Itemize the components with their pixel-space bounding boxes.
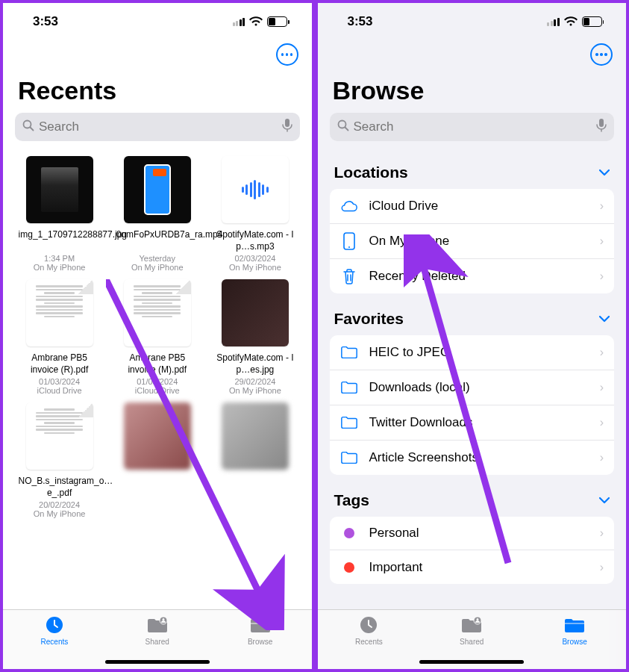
section-favorites: Favorites HEIC to JPEG › Downloads (loca… <box>330 302 615 475</box>
chevron-right-icon: › <box>600 270 604 283</box>
thumbnail-audio <box>222 156 289 223</box>
wifi-icon <box>249 16 263 27</box>
section-header[interactable]: Tags <box>330 484 615 517</box>
svg-point-12 <box>348 246 350 248</box>
svg-point-5 <box>162 618 164 620</box>
tag-dot-icon <box>344 528 354 538</box>
battery-icon: 38 <box>582 16 604 27</box>
file-item[interactable] <box>113 402 201 518</box>
favorite-item[interactable]: HEIC to JPEG › <box>330 335 615 370</box>
chevron-down-icon <box>599 167 610 178</box>
folder-icon <box>340 414 358 432</box>
location-on-my-iphone[interactable]: On My iPhone › <box>330 224 615 259</box>
svg-line-9 <box>345 128 348 131</box>
file-item[interactable]: Ambrane PB5 invoice (M).pdf 01/03/2024 i… <box>113 279 201 395</box>
section-header[interactable]: Locations <box>330 156 615 189</box>
folder-shared-icon <box>146 615 169 635</box>
folder-icon <box>563 615 586 635</box>
folder-icon <box>340 379 358 396</box>
wifi-icon <box>564 16 578 27</box>
favorite-item[interactable]: Twitter Downloads › <box>330 405 615 441</box>
tab-recents[interactable]: Recents <box>339 615 398 669</box>
folder-shared-icon <box>460 615 483 635</box>
svg-rect-10 <box>599 119 604 127</box>
home-indicator[interactable] <box>105 660 210 664</box>
tag-item[interactable]: Personal › <box>330 517 615 550</box>
search-icon <box>337 119 349 134</box>
thumbnail-pdf <box>124 279 191 346</box>
svg-point-15 <box>477 618 479 620</box>
status-bar: 3:53 38 <box>3 3 312 40</box>
cell-signal-icon <box>547 18 560 26</box>
chevron-right-icon: › <box>600 346 604 359</box>
thumbnail-image <box>124 402 191 470</box>
favorite-item[interactable]: Article Screenshots › <box>330 441 615 475</box>
chevron-right-icon: › <box>600 561 604 574</box>
folder-icon <box>340 343 358 361</box>
search-input[interactable] <box>39 119 278 134</box>
tab-browse[interactable]: Browse <box>231 615 290 669</box>
more-options-button[interactable] <box>276 43 298 66</box>
svg-rect-2 <box>285 119 290 127</box>
page-title: Browse <box>318 70 627 113</box>
tab-recents[interactable]: Recents <box>25 615 84 669</box>
chevron-down-icon <box>599 494 610 506</box>
status-bar: 3:53 38 <box>318 3 627 40</box>
location-recently-deleted[interactable]: Recently Deleted › <box>330 259 615 293</box>
thumbnail-pdf <box>26 402 93 470</box>
thumbnail-image <box>222 402 289 470</box>
status-right: 38 <box>233 16 290 27</box>
chevron-right-icon: › <box>600 416 604 429</box>
chevron-right-icon: › <box>600 381 604 394</box>
search-icon <box>22 119 34 134</box>
clock-icon <box>359 615 378 635</box>
phone-left-recents: 3:53 38 Recents img_1_1709712288877.jpg <box>0 0 315 672</box>
folder-icon <box>249 615 272 635</box>
tag-dot-icon <box>344 562 354 573</box>
phone-icon <box>340 232 358 250</box>
chevron-right-icon: › <box>600 526 604 540</box>
page-title: Recents <box>3 70 312 113</box>
thumbnail-image <box>26 156 93 223</box>
home-indicator[interactable] <box>419 660 524 664</box>
phone-right-browse: 3:53 38 Browse Locations <box>315 0 630 672</box>
status-time: 3:53 <box>348 14 373 29</box>
folder-icon <box>340 449 358 467</box>
more-options-button[interactable] <box>590 43 613 66</box>
file-item[interactable]: 0nmFoPxURDB7a_ra.mp4 Yesterday On My iPh… <box>113 156 201 272</box>
clock-icon <box>45 615 64 635</box>
thumbnail-pdf <box>26 279 93 346</box>
file-item[interactable]: img_1_1709712288877.jpg 1:34 PM On My iP… <box>15 156 104 272</box>
chevron-right-icon: › <box>600 234 604 248</box>
cell-signal-icon <box>233 18 245 26</box>
search-input[interactable] <box>354 119 592 134</box>
file-item[interactable]: SpotifyMate.com - I p…es.jpg 29/02/2024 … <box>210 279 299 395</box>
file-item[interactable]: SpotifyMate.com - I p…s.mp3 02/03/2024 O… <box>210 156 299 272</box>
battery-icon: 38 <box>267 16 290 27</box>
chevron-right-icon: › <box>600 199 604 213</box>
section-tags: Tags Personal › Important › <box>330 484 615 584</box>
file-item[interactable]: Ambrane PB5 invoice (R).pdf 01/03/2024 i… <box>15 279 104 395</box>
chevron-right-icon: › <box>600 451 604 464</box>
trash-icon <box>340 267 358 285</box>
file-grid: img_1_1709712288877.jpg 1:34 PM On My iP… <box>15 156 300 518</box>
search-bar[interactable] <box>15 113 300 141</box>
status-right: 38 <box>547 16 604 27</box>
cloud-icon <box>340 197 358 215</box>
search-bar[interactable] <box>330 113 615 141</box>
tag-item[interactable]: Important › <box>330 550 615 584</box>
section-locations: Locations iCloud Drive › On My iPhone › … <box>330 156 615 293</box>
chevron-down-icon <box>599 313 610 325</box>
tab-browse[interactable]: Browse <box>545 615 604 669</box>
mic-icon[interactable] <box>282 119 292 136</box>
file-item[interactable] <box>210 402 299 518</box>
file-item[interactable]: NO_B.s_instagram_o…e_.pdf 20/02/2024 On … <box>15 402 104 518</box>
favorite-item[interactable]: Downloads (local) › <box>330 370 615 405</box>
mic-icon[interactable] <box>596 119 607 136</box>
status-time: 3:53 <box>33 14 58 29</box>
thumbnail-video <box>124 156 191 223</box>
thumbnail-image <box>222 279 289 346</box>
section-header[interactable]: Favorites <box>330 302 615 335</box>
svg-line-1 <box>31 128 34 131</box>
location-icloud-drive[interactable]: iCloud Drive › <box>330 189 615 224</box>
